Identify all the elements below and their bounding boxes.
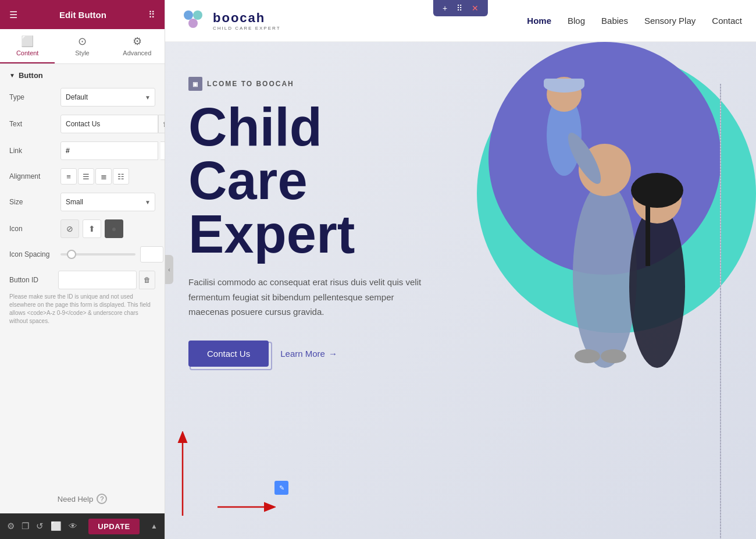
link-settings-button[interactable]: ⚙: [161, 141, 165, 160]
svg-point-2: [188, 19, 198, 28]
tab-advanced-label: Advanced: [123, 49, 151, 56]
tab-style[interactable]: ⊙ Style: [55, 29, 109, 63]
left-panel: ☰ Edit Button ⠿ ⬜ Content ⊙ Style ⚙ Adva…: [0, 0, 165, 539]
welcome-text: LCOME TO BOOCAH: [207, 80, 294, 88]
tab-content[interactable]: ⬜ Content: [0, 29, 55, 63]
align-justify-button[interactable]: ☷: [113, 168, 129, 185]
icon-buttons: ⊘ ⬆ ●: [60, 219, 123, 238]
device-icon[interactable]: ⬜: [51, 521, 62, 531]
text-input[interactable]: [60, 115, 158, 133]
grid-icon[interactable]: ⠿: [148, 9, 155, 20]
eye-icon[interactable]: 👁: [69, 521, 77, 531]
text-row: Text 🗑: [9, 115, 155, 133]
panel-collapse-button[interactable]: ‹: [165, 255, 173, 284]
edit-indicator[interactable]: ✎: [274, 481, 288, 495]
nav-link-babies[interactable]: Babies: [601, 16, 628, 26]
hero-image-area: [430, 42, 756, 380]
tab-style-label: Style: [75, 49, 89, 56]
toolbar-move-button[interactable]: ⠿: [454, 2, 465, 14]
toolbar-close-button[interactable]: ✕: [469, 2, 481, 14]
settings-icon[interactable]: ⚙: [7, 521, 15, 531]
learn-more-text: Learn More: [280, 349, 325, 359]
hero-title-line2: Care: [188, 151, 308, 210]
svg-point-14: [575, 349, 600, 363]
right-panel: + ⠿ ✕ boocah CHILD CARE EXPERT Home B: [165, 0, 756, 539]
svg-point-8: [629, 205, 685, 368]
hamburger-icon[interactable]: ☰: [9, 9, 17, 20]
update-button[interactable]: UPDATE: [88, 519, 139, 534]
help-icon[interactable]: ?: [97, 494, 107, 504]
button-id-input[interactable]: [58, 271, 137, 289]
svg-point-1: [193, 10, 202, 20]
hero-description: Facilisi commodo ac consequat erat risus…: [188, 275, 433, 320]
align-left-button[interactable]: ≡: [60, 168, 77, 185]
hero-section: ▣ LCOME TO BOOCAH Child Care Expert Faci…: [165, 42, 756, 539]
bottom-expand-arrow[interactable]: ▲: [151, 522, 158, 530]
contact-us-button[interactable]: Contact Us: [188, 341, 269, 367]
alignment-row: Alignment ≡ ☰ ≣ ☷: [9, 168, 155, 185]
link-label: Link: [9, 147, 56, 155]
panel-title: Edit Button: [59, 10, 106, 20]
bottom-bar: ⚙ ❐ ↺ ⬜ 👁 UPDATE ▲: [0, 513, 165, 539]
layers-icon[interactable]: ❐: [22, 521, 29, 531]
nav-link-home[interactable]: Home: [527, 16, 551, 26]
logo-main-text: boocah: [213, 10, 281, 26]
nav-link-blog[interactable]: Blog: [568, 16, 585, 26]
panel-tabs: ⬜ Content ⊙ Style ⚙ Advanced: [0, 29, 165, 64]
icon-upload-button[interactable]: ⬆: [83, 219, 101, 238]
type-select-wrapper: Default Primary Info Success Warning Dan…: [60, 88, 155, 107]
hero-title-line1: Child: [188, 97, 322, 157]
family-illustration: [430, 42, 756, 380]
nav-links: Home Blog Babies Sensory Play Contact: [527, 16, 742, 26]
learn-more-arrow: →: [329, 349, 337, 359]
site-toolbar: + ⠿ ✕: [433, 0, 488, 16]
svg-point-10: [631, 173, 683, 208]
size-select[interactable]: Extra Small Small Medium Large Extra Lar…: [60, 193, 155, 211]
style-tab-icon: ⊙: [78, 35, 87, 48]
need-help-label: Need Help: [58, 495, 93, 503]
logo-svg: [179, 7, 207, 35]
align-center-button[interactable]: ☰: [78, 168, 94, 185]
hero-title-line3: Expert: [188, 204, 355, 264]
section-collapse-arrow[interactable]: ▼: [9, 72, 15, 79]
icon-fill-button[interactable]: ●: [105, 219, 123, 238]
history-icon[interactable]: ↺: [36, 521, 44, 531]
icon-spacing-slider-group: [60, 246, 163, 263]
type-row: Type Default Primary Info Success Warnin…: [9, 88, 155, 107]
svg-rect-11: [646, 196, 650, 266]
welcome-icon: ▣: [188, 77, 202, 91]
panel-content: ▼ Button Type Default Primary Info Succe…: [0, 64, 165, 484]
section-label: Button: [19, 71, 43, 80]
text-clear-button[interactable]: 🗑: [158, 115, 165, 133]
nav-link-contact[interactable]: Contact: [712, 16, 742, 26]
align-right-button[interactable]: ≣: [95, 168, 112, 185]
link-input[interactable]: [60, 141, 158, 160]
svg-rect-13: [544, 79, 584, 87]
icon-remove-button[interactable]: ⊘: [60, 219, 79, 238]
icon-spacing-label: Icon Spacing: [9, 250, 56, 258]
size-select-wrapper: Extra Small Small Medium Large Extra Lar…: [60, 193, 155, 211]
svg-point-3: [573, 182, 637, 368]
button-id-help-text: Please make sure the ID is unique and no…: [9, 293, 155, 325]
size-label: Size: [9, 198, 56, 206]
toolbar-add-button[interactable]: +: [440, 2, 450, 14]
icon-spacing-row: Icon Spacing: [9, 246, 155, 263]
advanced-tab-icon: ⚙: [133, 35, 142, 48]
icon-spacing-value[interactable]: [140, 246, 163, 263]
tab-advanced[interactable]: ⚙ Advanced: [110, 29, 165, 63]
nav-link-sensory[interactable]: Sensory Play: [644, 16, 696, 26]
button-id-trash-button[interactable]: 🗑: [139, 271, 155, 289]
type-select[interactable]: Default Primary Info Success Warning Dan…: [60, 88, 155, 107]
content-tab-icon: ⬜: [21, 35, 34, 48]
icon-spacing-slider[interactable]: [60, 253, 135, 256]
need-help-section: Need Help ?: [0, 484, 165, 513]
panel-header: ☰ Edit Button ⠿: [0, 0, 165, 29]
section-header: ▼ Button: [9, 71, 155, 80]
right-panel-inner: + ⠿ ✕ boocah CHILD CARE EXPERT Home B: [165, 0, 756, 539]
alignment-buttons: ≡ ☰ ≣ ☷: [60, 168, 129, 185]
logo-text-group: boocah CHILD CARE EXPERT: [213, 10, 281, 31]
text-input-group: 🗑: [60, 115, 165, 133]
alignment-label: Alignment: [9, 172, 56, 180]
learn-more-button[interactable]: Learn More →: [280, 349, 337, 359]
svg-point-15: [601, 349, 626, 363]
